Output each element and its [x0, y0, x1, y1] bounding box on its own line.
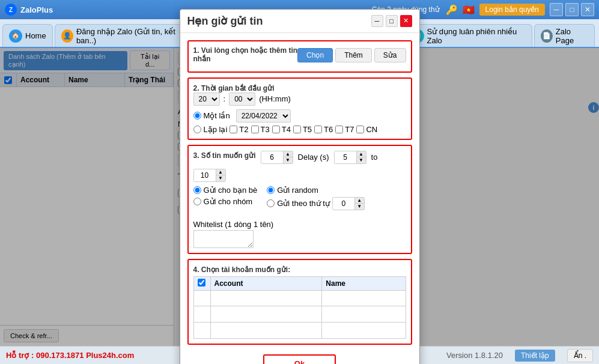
lap-lai-radio[interactable]	[193, 126, 201, 133]
modal-minimize[interactable]: ─	[371, 15, 383, 27]
login-button[interactable]: Login bản quyền	[479, 4, 545, 16]
plus-label[interactable]: Plus24h.com	[86, 351, 134, 360]
hen-gio-modal: Hẹn giờ gửi tin ─ □ ✕ 1. Vui lòng chọn h…	[180, 9, 420, 365]
delay-to-spinner: ▲ ▼	[193, 169, 226, 182]
t6-label: T6	[314, 125, 333, 134]
repeat-row: Lặp lại T2 T3 T4 T5 T6 T7 CN	[193, 125, 406, 134]
gui-nhom-label[interactable]: Gửi cho nhóm	[193, 197, 258, 206]
modal-body: 1. Vui lòng chọn hoặc thêm tin nhắn Chọn…	[180, 33, 419, 365]
account-select-all[interactable]	[198, 279, 205, 287]
section-3: 3. Số tin muốn gửi ▲ ▼ Delay (s)	[187, 145, 412, 254]
t4-label: T4	[272, 125, 291, 134]
mot-lan-radio[interactable]	[193, 112, 201, 120]
tab-login[interactable]: 👤 Đăng nhập Zalo (Gửi tin, kết ban..)	[55, 24, 195, 47]
version-text: Version 1.8.1.20	[446, 351, 503, 360]
gui-thu-tu-label[interactable]: Gửi theo thứ tự	[267, 199, 330, 208]
tab-use-label: Sử dụng luân phiên nhiều Zalo	[427, 27, 526, 45]
delay-to-up[interactable]: ▲	[216, 169, 225, 175]
t7-check[interactable]	[335, 126, 343, 133]
gui-thu-tu-text: Gửi theo thứ tự	[277, 199, 330, 208]
sua-modal-button[interactable]: Sửa	[374, 48, 406, 62]
mot-lan-radio-label[interactable]: Một lần	[193, 111, 230, 120]
delay-from-down[interactable]: ▼	[356, 157, 366, 163]
whitelist-input[interactable]	[193, 230, 254, 248]
delay-to-input[interactable]	[194, 169, 216, 181]
so-tin-input[interactable]	[261, 151, 283, 163]
cn-check[interactable]	[356, 126, 364, 133]
modal-close[interactable]: ✕	[400, 15, 412, 27]
thu-tu-down[interactable]: ▼	[354, 204, 364, 210]
t6-check[interactable]	[314, 126, 322, 133]
tab-use[interactable]: 🔄 Sử dụng luân phiên nhiều Zalo	[405, 24, 532, 47]
thu-tu-up[interactable]: ▲	[354, 198, 364, 204]
t5-check[interactable]	[293, 126, 301, 133]
minute-select[interactable]: 00	[229, 93, 255, 106]
so-tin-up[interactable]: ▲	[283, 151, 293, 157]
t4-check[interactable]	[272, 126, 280, 133]
t3-label: T3	[251, 125, 270, 134]
close-button[interactable]: ✕	[581, 3, 594, 16]
so-tin-down[interactable]: ▼	[283, 157, 293, 163]
send-options: Gửi cho bạn bè Gửi cho nhóm Gửi random	[193, 186, 406, 248]
radio-row-1: Một lần 22/04/2022	[193, 109, 406, 123]
th-name: Name	[322, 276, 406, 290]
gui-random-text: Gửi random	[277, 186, 318, 195]
thu-tu-arrows: ▲ ▼	[354, 198, 364, 210]
lap-lai-radio-label[interactable]: Lặp lại	[193, 125, 228, 134]
setup-button[interactable]: Thiết lập	[515, 350, 555, 362]
tab-page[interactable]: 📄 Zalo Page	[534, 24, 595, 47]
section1-label: 1. Vui lòng chọn hoặc thêm tin nhắn	[193, 46, 298, 63]
tab-home[interactable]: 🏠 Home	[2, 24, 53, 47]
date-select[interactable]: 22/04/2022	[236, 109, 291, 123]
mot-lan-label: Một lần	[204, 111, 230, 120]
gui-ban-be-radio[interactable]	[193, 186, 201, 194]
gui-thu-tu-radio[interactable]	[267, 199, 275, 207]
th-check	[193, 276, 210, 290]
delay-to-down[interactable]: ▼	[216, 175, 225, 181]
flag-icon: 🇻🇳	[463, 4, 475, 16]
support-text: Hỗ trợ : 090.173.1871 Plus24h.com	[6, 351, 134, 360]
them-modal-button[interactable]: Thêm	[335, 48, 372, 62]
t3-check[interactable]	[251, 126, 259, 133]
gui-nhom-radio[interactable]	[193, 198, 201, 205]
delay-from-up[interactable]: ▲	[356, 151, 366, 157]
modal-maximize[interactable]: □	[386, 15, 398, 27]
delay-from-arrows: ▲ ▼	[356, 151, 366, 163]
modal-titlebar: Hẹn giờ gửi tin ─ □ ✕	[180, 10, 419, 33]
t2-check[interactable]	[230, 126, 237, 133]
page-icon: 📄	[541, 29, 553, 43]
delay-label: Delay (s)	[298, 153, 329, 162]
gui-random-radio[interactable]	[267, 186, 275, 194]
so-tin-arrows: ▲ ▼	[283, 151, 293, 163]
hide-button[interactable]: Ẩn .	[567, 349, 593, 362]
maximize-button[interactable]: □	[565, 3, 579, 16]
account-table-body	[193, 290, 406, 338]
thu-tu-input[interactable]	[333, 198, 354, 210]
window-controls: ─ □ ✕	[550, 3, 594, 16]
gui-random-label[interactable]: Gửi random	[267, 186, 365, 195]
num-row: 3. Số tin muốn gửi ▲ ▼ Delay (s)	[193, 151, 406, 182]
ok-button[interactable]: Ok	[263, 354, 336, 365]
minimize-button[interactable]: ─	[550, 3, 563, 16]
lap-lai-label: Lặp lại	[204, 125, 228, 134]
modal-controls: ─ □ ✕	[371, 15, 412, 27]
account-row-empty3	[193, 322, 406, 338]
account-row-empty	[193, 290, 406, 306]
modal-overlay: Hẹn giờ gửi tin ─ □ ✕ 1. Vui lòng chọn h…	[0, 48, 599, 346]
account-table: Account Name	[193, 276, 406, 339]
gui-ban-be-label[interactable]: Gửi cho bạn bè	[193, 186, 258, 195]
app-name: ZaloPlus	[20, 5, 53, 14]
t2-label: T2	[230, 125, 248, 134]
section1-buttons: Chọn Thêm Sửa	[297, 48, 406, 62]
hour-select[interactable]: 20	[193, 93, 220, 106]
t5-label: T5	[293, 125, 312, 134]
info-icon[interactable]: 🔑	[446, 4, 458, 16]
section2-label: 2. Thời gian bắt đầu gửi	[193, 84, 275, 93]
chon-button[interactable]: Chọn	[297, 48, 333, 62]
tab-login-label: Đăng nhập Zalo (Gửi tin, kết ban..)	[76, 27, 187, 45]
tab-home-label: Home	[25, 31, 46, 40]
delay-from-input[interactable]	[335, 151, 356, 163]
cn-label: CN	[356, 125, 377, 134]
thu-tu-spinner: ▲ ▼	[332, 197, 365, 210]
home-icon: 🏠	[9, 29, 22, 43]
